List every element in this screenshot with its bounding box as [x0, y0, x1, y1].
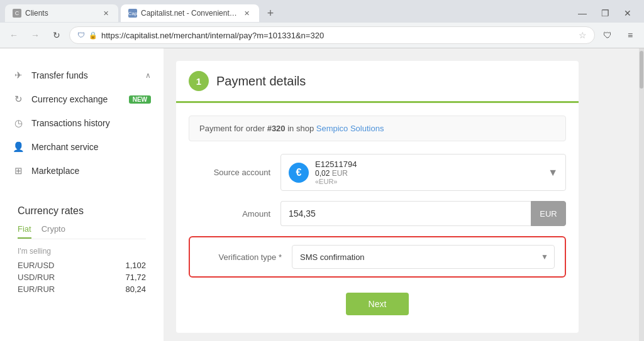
verification-type-select[interactable]: SMS confirmation Email confirmation Goog… [292, 245, 555, 269]
sidebar-item-marketplace[interactable]: ⊞ Marketplace [0, 159, 164, 183]
source-account-row: Source account € E12511794 0,02 EUR [189, 154, 566, 191]
amount-control: EUR [280, 201, 566, 226]
account-currency-tag: «EUR» [315, 178, 541, 185]
balance-value: 0,02 [315, 169, 330, 178]
next-button-row: Next [189, 290, 566, 320]
balance-currency-code: EUR [332, 169, 348, 178]
address-bar-row: ← → ↻ 🛡 🔒 https://capitalist.net/merchan… [0, 23, 644, 48]
payment-card: 1 Payment details Payment for order #320… [176, 61, 579, 333]
source-account-box[interactable]: € E12511794 0,02 EUR «EUR» ▼ [280, 154, 566, 191]
sidebar-item-label-transactions: Transactions history [31, 118, 151, 128]
sidebar-item-currency-exchange[interactable]: ↻ Currency exchange NEW [0, 87, 164, 111]
tab-fiat[interactable]: Fiat [18, 224, 31, 239]
extensions-icon[interactable]: 🛡 [599, 26, 616, 44]
minimize-button[interactable]: — [576, 7, 589, 19]
account-info: E12511794 0,02 EUR «EUR» [315, 160, 541, 185]
sidebar-item-transfer-funds[interactable]: ✈ Transfer funds ∧ [0, 63, 164, 87]
lock-icon: 🔒 [89, 31, 97, 40]
sidebar-item-label-marketplace: Marketplace [31, 166, 151, 176]
currency-rates-title: Currency rates [18, 205, 146, 217]
amount-row: Amount EUR [189, 201, 566, 226]
maximize-button[interactable]: ❐ [599, 7, 611, 19]
transfer-funds-icon: ✈ [13, 70, 24, 81]
forward-button[interactable]: → [26, 26, 44, 44]
account-icon: € [289, 163, 309, 183]
rate-pair-2: EUR/RUR [18, 284, 55, 294]
sidebar-item-label-currency: Currency exchange [31, 94, 121, 104]
tab-bar: C Clients ✕ Cap Capitalist.net - Conveni… [0, 0, 644, 23]
sidebar-item-merchant-service[interactable]: 👤 Merchant service [0, 135, 164, 159]
step-circle: 1 [189, 71, 209, 91]
window-controls: — ❐ ✕ [576, 7, 639, 19]
tab-clients[interactable]: C Clients ✕ [5, 4, 118, 22]
url-text: https://capitalist.net/merchant/internal… [101, 31, 575, 40]
tab-title-clients: Clients [25, 9, 97, 18]
next-button[interactable]: Next [346, 293, 409, 315]
close-button[interactable]: ✕ [621, 7, 634, 19]
selling-label: I'm selling [18, 247, 146, 256]
rate-value-2: 80,24 [125, 284, 146, 294]
currency-rates-section: Currency rates Fiat Crypto I'm selling E… [8, 195, 156, 305]
tab-favicon-capitalist: Cap [128, 9, 137, 18]
payment-title: Payment details [216, 74, 306, 89]
bookmark-icon[interactable]: ☆ [579, 30, 587, 40]
chevron-icon: ∧ [145, 71, 151, 80]
tab-crypto[interactable]: Crypto [42, 224, 65, 239]
scrollbar-thumb[interactable] [640, 51, 643, 89]
amount-label: Amount [189, 209, 270, 219]
payment-header: 1 Payment details [176, 61, 579, 103]
amount-currency-button[interactable]: EUR [531, 201, 566, 226]
source-account-control: € E12511794 0,02 EUR «EUR» ▼ [280, 154, 566, 191]
verification-type-label: Verification type * [200, 252, 282, 262]
tab-close-clients[interactable]: ✕ [101, 8, 111, 18]
account-id: E12511794 [315, 160, 541, 169]
browser-chrome: C Clients ✕ Cap Capitalist.net - Conveni… [0, 0, 644, 48]
tab-capitalist[interactable]: Cap Capitalist.net - Convenient onli... … [121, 4, 259, 22]
rate-pair-0: EUR/USD [18, 261, 55, 270]
account-balance: 0,02 EUR [315, 169, 541, 178]
currency-rates-tabs: Fiat Crypto [18, 224, 146, 239]
right-scrollbar[interactable] [639, 48, 644, 341]
tab-title-capitalist: Capitalist.net - Convenient onli... [141, 9, 238, 18]
verification-type-row: Verification type * SMS confirmation Ema… [189, 236, 566, 278]
back-button[interactable]: ← [5, 26, 23, 44]
rate-row-2: EUR/RUR 80,24 [18, 283, 146, 295]
transactions-icon: ◷ [13, 117, 24, 129]
address-bar[interactable]: 🛡 🔒 https://capitalist.net/merchant/inte… [69, 26, 595, 44]
new-tab-button[interactable]: + [262, 4, 279, 22]
sidebar: ✈ Transfer funds ∧ ↻ Currency exchange N… [0, 48, 164, 341]
amount-input-group: EUR [280, 201, 566, 226]
shop-link[interactable]: Sempico Solutions [316, 124, 384, 133]
order-info-bar: Payment for order #320 in shop Sempico S… [189, 116, 566, 141]
shield-icon: 🛡 [77, 31, 85, 40]
verification-select-wrapper: SMS confirmation Email confirmation Goog… [292, 245, 555, 269]
sidebar-item-label-transfer: Transfer funds [31, 70, 138, 80]
rate-value-0: 1,102 [125, 261, 146, 270]
tab-favicon-clients: C [13, 9, 21, 18]
menu-icon[interactable]: ≡ [621, 26, 639, 44]
amount-input[interactable] [280, 201, 531, 226]
rate-pair-1: USD/RUR [18, 273, 55, 282]
main-content: 1 Payment details Payment for order #320… [164, 48, 639, 341]
rate-row-1: USD/RUR 71,72 [18, 271, 146, 283]
merchant-icon: 👤 [13, 141, 24, 153]
marketplace-icon: ⊞ [13, 165, 24, 176]
order-text-before: Payment for order [199, 124, 267, 133]
currency-exchange-icon: ↻ [13, 94, 24, 105]
payment-body: Payment for order #320 in shop Sempico S… [176, 103, 579, 333]
order-number: #320 [267, 124, 286, 133]
new-badge: NEW [129, 95, 151, 104]
tab-close-capitalist[interactable]: ✕ [242, 8, 252, 18]
page-layout: ✈ Transfer funds ∧ ↻ Currency exchange N… [0, 48, 644, 341]
sidebar-item-transactions-history[interactable]: ◷ Transactions history [0, 111, 164, 135]
sidebar-item-label-merchant: Merchant service [31, 142, 151, 152]
account-dropdown-button[interactable]: ▼ [548, 167, 558, 178]
sidebar-nav-section: ✈ Transfer funds ∧ ↻ Currency exchange N… [0, 58, 164, 188]
toolbar-right: 🛡 ≡ [599, 26, 639, 44]
rate-value-1: 71,72 [125, 273, 146, 282]
source-account-label: Source account [189, 168, 270, 177]
order-text-middle: in shop [286, 124, 316, 133]
rate-row-0: EUR/USD 1,102 [18, 259, 146, 271]
refresh-button[interactable]: ↻ [48, 26, 65, 44]
